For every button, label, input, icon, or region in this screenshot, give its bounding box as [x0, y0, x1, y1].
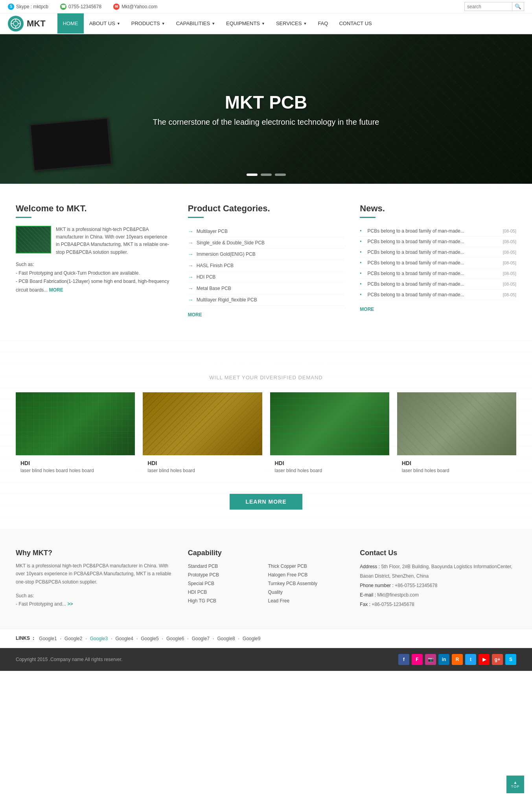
cat-multilayer[interactable]: →Multilayer PCB: [188, 226, 344, 237]
categories-title: Product Categories.: [188, 203, 344, 214]
product-card-2[interactable]: HDI laser blind holes board: [143, 392, 262, 478]
contact-fax-label: Fax :: [360, 602, 370, 607]
news-item-4[interactable]: •PCBs belong to a broad family of man-ma…: [360, 258, 516, 268]
cat-hasl[interactable]: →HASL Finish PCB: [188, 260, 344, 272]
news-col: News. •PCBs belong to a broad family of …: [360, 203, 516, 318]
cat-arrow: →: [188, 274, 193, 280]
link-google7[interactable]: Google7: [192, 636, 210, 641]
capability-two-col: Standard PCB Prototype PCB Special PCB H…: [188, 562, 344, 605]
top-bar: S Skype : mktpcb ☎ 0755-12345678 ✉ Mkt@Y…: [0, 0, 532, 13]
nav-faq[interactable]: FAQ: [312, 13, 333, 33]
link-google3[interactable]: Google3: [90, 636, 108, 641]
welcome-col: Welcome to MKT. MKT is a professional hi…: [16, 203, 172, 318]
cat-rigid-flex[interactable]: →Multilayer Rigid_flexible PCB: [188, 294, 344, 306]
news-underline: [360, 217, 376, 218]
cat-arrow: →: [188, 285, 193, 292]
cat-hdi[interactable]: →HDI PCB: [188, 272, 344, 283]
phone-label: 0755-12345678: [68, 4, 101, 9]
search-button[interactable]: 🔍: [512, 2, 524, 11]
news-list: •PCBs belong to a broad family of man-ma…: [360, 226, 516, 300]
link-google1[interactable]: Google1: [39, 636, 57, 641]
product-image-2: [143, 392, 262, 455]
link-google2[interactable]: Google2: [64, 636, 82, 641]
categories-more-link[interactable]: MORE: [188, 312, 202, 318]
instagram-icon[interactable]: 📷: [425, 654, 436, 665]
link-google6[interactable]: Google6: [166, 636, 184, 641]
welcome-more-link[interactable]: MORE: [49, 287, 63, 293]
contact-address: 5th Floor, 2#B Building, Baoyunda Logist…: [360, 564, 512, 579]
link-google8[interactable]: Google8: [217, 636, 235, 641]
cat-enig[interactable]: →Immersion Gold(ENIG) PCB: [188, 249, 344, 260]
cat-single-double[interactable]: →Single_side & Double_Side PCB: [188, 237, 344, 249]
nav-products[interactable]: PRODUCTS ▼: [126, 13, 171, 33]
footer-three-col: Why MKT? MKT is a professional high-tech…: [16, 549, 516, 609]
why-mkt-col: Why MKT? MKT is a professional high-tech…: [16, 549, 172, 609]
nav-home[interactable]: HOME: [57, 13, 84, 33]
nav-equipments[interactable]: EQUIPMENTS ▼: [221, 13, 271, 33]
hero-section: MKT PCB The cornerstone of the leading e…: [0, 34, 532, 184]
skype-label: Skype : mktpcb: [16, 4, 48, 9]
product-card-4[interactable]: HDI laser blind holes board: [397, 392, 516, 478]
link-google5[interactable]: Google5: [141, 636, 158, 641]
news-more-link[interactable]: MORE: [360, 307, 374, 312]
news-item-2[interactable]: •PCBs belong to a broad family of man-ma…: [360, 236, 516, 247]
cap-item-thick[interactable]: Thick Copper PCB: [268, 562, 344, 571]
product-name-3: HDI: [275, 460, 385, 466]
nav-services[interactable]: SERVICES ▼: [271, 13, 312, 33]
news-item-3[interactable]: •PCBs belong to a broad family of man-ma…: [360, 247, 516, 258]
welcome-underline: [16, 217, 31, 218]
googleplus-icon[interactable]: g+: [492, 654, 503, 665]
news-item-1[interactable]: •PCBs belong to a broad family of man-ma…: [360, 226, 516, 236]
link-google4[interactable]: Google4: [116, 636, 133, 641]
nav-about[interactable]: ABOUT US ▼: [84, 13, 126, 33]
why-mkt-more-link[interactable]: >>: [67, 601, 73, 607]
learn-more-button[interactable]: LEARN MORE: [230, 494, 302, 510]
link-google9[interactable]: Google9: [243, 636, 260, 641]
skype-social-icon[interactable]: S: [505, 654, 516, 665]
capability-title: Capability: [188, 549, 344, 557]
welcome-image: [16, 226, 51, 253]
product-card-1[interactable]: HDI laser blind holes board holes board: [16, 392, 135, 478]
news-item-6[interactable]: •PCBs belong to a broad family of man-ma…: [360, 279, 516, 290]
cap-item-leadfree[interactable]: Lead Free: [268, 597, 344, 605]
linkedin-icon[interactable]: in: [438, 654, 449, 665]
hero-dot-1[interactable]: [247, 174, 258, 176]
product-info-3: HDI laser blind holes board: [270, 455, 389, 478]
cap-item-prototype[interactable]: Prototype PCB: [188, 571, 264, 579]
categories-col: Product Categories. →Multilayer PCB →Sin…: [188, 203, 344, 318]
learn-more-container: LEARN MORE: [16, 490, 516, 510]
hero-dot-2[interactable]: [261, 174, 272, 176]
cap-item-standard[interactable]: Standard PCB: [188, 562, 264, 571]
news-item-7[interactable]: •PCBs belong to a broad family of man-ma…: [360, 290, 516, 300]
info-section: Welcome to MKT. MKT is a professional hi…: [0, 184, 532, 337]
cat-metal[interactable]: →Metal Base PCB: [188, 283, 344, 294]
youtube-icon[interactable]: ▶: [479, 654, 490, 665]
products-grid: HDI laser blind holes board holes board …: [16, 392, 516, 478]
nav-contact[interactable]: CONTACT US: [333, 13, 377, 33]
cap-item-hdi[interactable]: HDI PCB: [188, 588, 264, 597]
search-input[interactable]: [465, 3, 512, 11]
search-bar[interactable]: 🔍: [464, 2, 524, 11]
nav-links: HOME ABOUT US ▼ PRODUCTS ▼ CAPABILITIES …: [57, 13, 377, 33]
product-image-3: [270, 392, 389, 455]
capability-list-2: Thick Copper PCB Halogen Free PCB Turnke…: [268, 562, 344, 605]
twitter-icon[interactable]: t: [465, 654, 476, 665]
hero-dot-3[interactable]: [275, 174, 286, 176]
cap-item-hightg[interactable]: High TG PCB: [188, 597, 264, 605]
logo[interactable]: MKT: [8, 16, 46, 31]
product-name-4: HDI: [402, 460, 512, 466]
cap-item-special[interactable]: Special PCB: [188, 579, 264, 588]
products-title: FINEST PRODUCTS: [16, 357, 516, 371]
news-item-5[interactable]: •PCBs belong to a broad family of man-ma…: [360, 268, 516, 279]
product-card-3[interactable]: HDI laser blind holes board: [270, 392, 389, 478]
facebook-icon[interactable]: f: [398, 654, 409, 665]
footer-bottom: Copyright 2015 .Company name All rights …: [0, 648, 532, 671]
hero-dots[interactable]: [247, 174, 286, 176]
rss-icon[interactable]: R: [452, 654, 463, 665]
nav-capabilities[interactable]: CAPABILITIES ▼: [171, 13, 221, 33]
cap-item-quality[interactable]: Quality: [268, 588, 344, 597]
cap-item-turnkey[interactable]: Turnkey PCB Assembly: [268, 579, 344, 588]
cat-arrow: →: [188, 240, 193, 246]
cap-item-halogen[interactable]: Halogen Free PCB: [268, 571, 344, 579]
flickr-icon[interactable]: F: [412, 654, 423, 665]
